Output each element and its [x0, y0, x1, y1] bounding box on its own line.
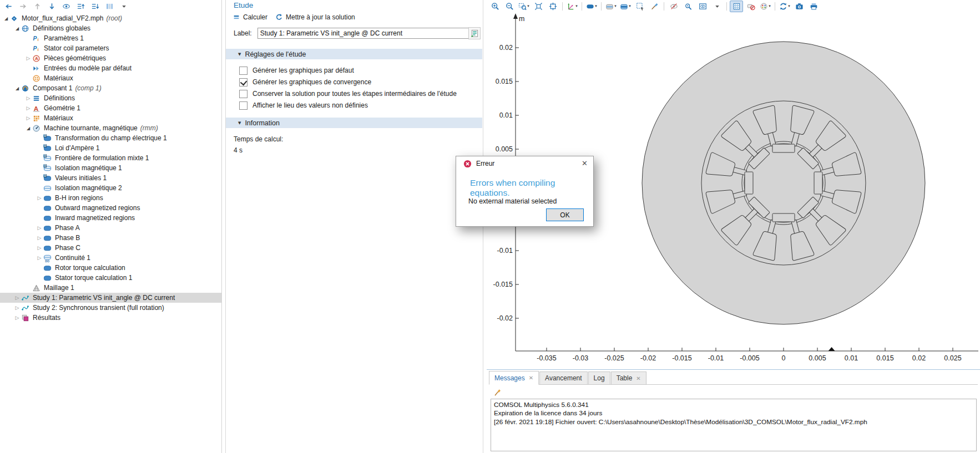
rename-label-button[interactable] [468, 27, 481, 39]
collapsed-arrow-icon[interactable]: ▷ [24, 115, 32, 121]
dropdown-caret-icon[interactable]: ▾ [769, 4, 771, 8]
expanded-arrow-icon[interactable]: ◢ [24, 126, 32, 131]
tab-messages[interactable]: Messages✕ [489, 371, 539, 385]
collapsed-arrow-icon[interactable]: ▷ [24, 95, 32, 101]
tree-item[interactable]: ▷Study 2: Synchronous transient (full ro… [0, 303, 221, 313]
collapsed-arrow-icon[interactable]: ▷ [36, 225, 43, 231]
tree-item[interactable]: Rotor torque calculation [0, 263, 221, 273]
expand-all-icon[interactable] [88, 1, 102, 12]
inspect-hidden-icon[interactable] [681, 1, 695, 12]
zoom-box-icon[interactable]: ▾ [517, 1, 531, 12]
tree-item[interactable]: Isolation magnétique 2 [0, 183, 221, 193]
tree-item[interactable]: Matériaux [0, 73, 221, 83]
collapsed-arrow-icon[interactable]: ▷ [36, 195, 43, 201]
tree-item[interactable]: ◢Motor_flux_radial_VF2.mph(root) [0, 13, 221, 23]
tree-item[interactable]: ▷Définitions [0, 93, 221, 103]
collapsed-arrow-icon[interactable]: ▷ [13, 295, 21, 301]
dropdown-caret-icon[interactable]: ▾ [575, 4, 578, 8]
collapse-all-icon[interactable] [74, 1, 87, 12]
tree-item[interactable]: ▷Phase C [0, 243, 221, 253]
tree-item[interactable]: Entrées du modèle par défaut [0, 63, 221, 73]
toolbar-menu-caret[interactable] [117, 1, 130, 12]
tree-item[interactable]: PiParamètres 1 [0, 33, 221, 43]
clear-messages-button[interactable] [491, 386, 504, 398]
tree-item[interactable]: ▷APièces géométriques [0, 53, 221, 63]
tree-item[interactable]: Maillage 1 [0, 283, 221, 293]
grid-icon[interactable] [730, 1, 743, 12]
tab-log[interactable]: Log [588, 371, 610, 384]
box-select-icon[interactable] [633, 1, 646, 12]
study-label-input[interactable] [257, 28, 469, 39]
image-snapshot-icon[interactable] [792, 1, 806, 12]
tree-item[interactable]: ▷Study 1: Parametric VS init_angle @ DC … [0, 293, 221, 303]
tab-table[interactable]: Table✕ [611, 371, 646, 384]
tree-item[interactable]: ◢Machine tournante, magnétique(rmm) [0, 123, 221, 133]
collapsed-arrow-icon[interactable]: ▷ [36, 235, 43, 241]
section-header-information[interactable]: ▼ Information [226, 118, 482, 128]
show-icon[interactable] [59, 1, 73, 12]
view-menu-caret[interactable] [710, 1, 724, 12]
forward-icon[interactable] [16, 1, 29, 12]
move-up-icon[interactable] [31, 1, 44, 12]
tree-item[interactable]: ◢Composant 1(comp 1) [0, 83, 221, 93]
messages-log[interactable]: COMSOL Multiphysics 5.6.0.341Expiration … [491, 399, 977, 451]
zoom-out-icon[interactable] [503, 1, 516, 12]
tree-item[interactable]: ▷B-H iron regions [0, 193, 221, 203]
print-icon[interactable] [807, 1, 820, 12]
tree-item[interactable]: Stator torque calculation 1 [0, 273, 221, 283]
tree-item[interactable]: DFrontière de formulation mixte 1 [0, 153, 221, 163]
collapsed-arrow-icon[interactable]: ▷ [36, 245, 43, 251]
update-solution-button[interactable]: Mettre à jour la solution [275, 13, 355, 21]
hide-objects-icon[interactable] [667, 1, 680, 12]
close-icon[interactable]: ✕ [582, 159, 588, 167]
tree-item[interactable]: DValeurs initiales 1 [0, 173, 221, 183]
deselect-all-icon[interactable] [648, 1, 661, 12]
select-entities-icon[interactable]: ▾ [604, 1, 618, 12]
expanded-arrow-icon[interactable]: ◢ [13, 86, 21, 91]
tree-item[interactable]: Outward magnetized regions [0, 203, 221, 213]
expanded-arrow-icon[interactable]: ◢ [2, 16, 10, 21]
tree-item[interactable]: ▷Résultats [0, 313, 221, 323]
checkbox[interactable] [239, 67, 247, 75]
collapsed-arrow-icon[interactable]: ▷ [13, 305, 21, 311]
tree-item[interactable]: ▷AGéométrie 1 [0, 103, 221, 113]
checkbox[interactable] [239, 78, 247, 86]
zoom-extents-icon[interactable] [532, 1, 545, 12]
tree-item[interactable]: ▷DOContinuité 1 [0, 253, 221, 263]
tree-item[interactable]: PiStator coil parameters [0, 43, 221, 53]
dropdown-caret-icon[interactable]: ▾ [527, 4, 529, 8]
dropdown-caret-icon[interactable]: ▾ [595, 4, 597, 8]
selection-color-icon[interactable]: ▾ [585, 1, 598, 12]
tree-item[interactable]: ▷Matériaux [0, 113, 221, 123]
tree-item[interactable]: ▷Phase B [0, 233, 221, 243]
model-tree-node-text-icon[interactable] [103, 1, 116, 12]
tree-item[interactable]: DLoi d'Ampère 1 [0, 143, 221, 153]
view-unhide-icon[interactable] [696, 1, 709, 12]
close-tab-icon[interactable]: ✕ [529, 375, 533, 381]
section-header-study-settings[interactable]: ▼ Réglages de l'étude [226, 49, 482, 59]
collapsed-arrow-icon[interactable]: ▷ [24, 55, 32, 61]
collapsed-arrow-icon[interactable]: ▷ [36, 255, 43, 261]
collapsed-arrow-icon[interactable]: ▷ [13, 315, 21, 320]
collapsed-arrow-icon[interactable]: ▷ [24, 105, 32, 111]
dropdown-caret-icon[interactable]: ▾ [629, 4, 631, 8]
dropdown-caret-icon[interactable]: ▾ [614, 4, 617, 8]
tree-item[interactable]: Inward magnetized regions [0, 213, 221, 223]
zoom-to-selection-icon[interactable] [546, 1, 559, 12]
move-down-icon[interactable] [45, 1, 58, 12]
tree-item[interactable]: DTransformation du champ électrique 1 [0, 133, 221, 143]
go-to-view-icon[interactable]: ▾ [565, 1, 579, 12]
tree-item[interactable]: DIsolation magnétique 1 [0, 163, 221, 173]
error-dialog-titlebar[interactable]: Erreur [456, 156, 593, 171]
ok-button[interactable]: OK [546, 208, 584, 221]
select-adjacent-icon[interactable]: ▾ [619, 1, 632, 12]
expanded-arrow-icon[interactable]: ◢ [13, 26, 21, 31]
color-palette-icon[interactable]: ▾ [759, 1, 772, 12]
checkbox[interactable] [239, 90, 247, 98]
dropdown-caret-icon[interactable]: ▾ [788, 4, 790, 8]
zoom-in-icon[interactable] [488, 1, 502, 12]
close-tab-icon[interactable]: ✕ [636, 375, 640, 381]
tree-item[interactable]: ▷Phase A [0, 223, 221, 233]
tree-item[interactable]: ◢Définitions globales [0, 23, 221, 33]
tab-avancement[interactable]: Avancement [539, 371, 588, 384]
